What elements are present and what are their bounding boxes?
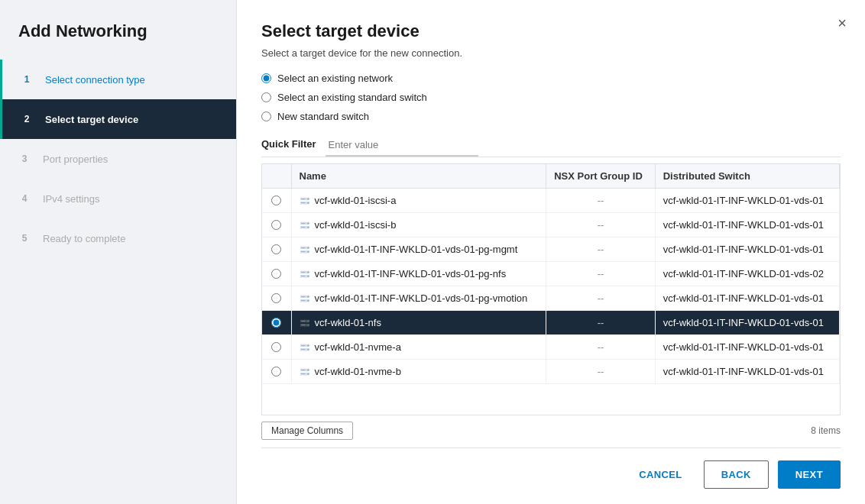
svg-point-54 [307,344,309,346]
table-row[interactable]: vcf-wkld-01-nvme-b -- vcf-wkld-01-IT-INF… [262,360,840,384]
content-subtitle: Select a target device for the new conne… [261,47,841,59]
svg-rect-27 [303,271,305,272]
filter-input[interactable] [326,137,478,157]
svg-rect-35 [303,296,305,296]
svg-point-15 [307,226,309,228]
items-count: 8 items [811,425,841,436]
step-label-step-1: Select connection type [45,74,145,86]
svg-rect-5 [303,202,305,203]
network-icon-row-4 [300,269,310,279]
table-row[interactable]: vcf-wkld-01-iscsi-a -- vcf-wkld-01-IT-IN… [262,189,840,213]
svg-rect-3 [303,198,305,199]
manage-columns-button[interactable]: Manage Columns [261,422,353,440]
svg-rect-51 [303,344,305,345]
radio-input-opt-existing-switch[interactable] [261,92,271,102]
radio-option-opt-existing-switch[interactable]: Select an existing standard switch [261,92,841,103]
radio-option-opt-new-switch[interactable]: New standard switch [261,111,841,122]
col-nsx-header: NSX Port Group ID [546,164,655,189]
svg-rect-43 [303,320,305,321]
table-row[interactable]: vcf-wkld-01-nvme-a -- vcf-wkld-01-IT-INF… [262,335,840,360]
svg-rect-34 [301,296,303,296]
table-row[interactable]: vcf-wkld-01-IT-INF-WKLD-01-vds-01-pg-mgm… [262,237,840,262]
svg-point-14 [307,222,309,224]
svg-rect-42 [301,320,303,321]
row-nsx-cell: -- [546,189,655,213]
row-name-row-1: vcf-wkld-01-iscsi-a [315,195,397,206]
row-select-cell[interactable] [262,189,291,213]
table-row[interactable]: vcf-wkld-01-nfs -- vcf-wkld-01-IT-INF-WK… [262,311,840,335]
row-select-cell[interactable] [262,311,291,335]
table-footer: Manage Columns 8 items [261,415,841,440]
row-radio-row-5[interactable] [271,293,281,303]
row-nsx-cell: -- [546,237,655,262]
footer-actions: CANCEL BACK NEXT [261,447,841,504]
radio-input-opt-existing-network[interactable] [261,73,271,83]
col-switch-header: Distributed Switch [655,164,839,189]
row-radio-row-6[interactable] [271,318,281,328]
row-name-row-6: vcf-wkld-01-nfs [315,317,381,328]
svg-rect-45 [303,325,305,325]
row-radio-row-7[interactable] [271,342,281,352]
row-radio-row-3[interactable] [271,244,281,254]
row-name-cell: vcf-wkld-01-IT-INF-WKLD-01-vds-01-pg-mgm… [291,237,546,262]
row-name-cell: vcf-wkld-01-IT-INF-WKLD-01-vds-01-pg-nfs [291,262,546,286]
row-select-cell[interactable] [262,360,291,384]
step-number-step-4: 4 [15,189,34,208]
row-name-cell: vcf-wkld-01-IT-INF-WKLD-01-vds-01-pg-vmo… [291,286,546,311]
close-button[interactable]: × [837,15,847,31]
table-body: vcf-wkld-01-iscsi-a -- vcf-wkld-01-IT-IN… [262,189,840,384]
step-label-step-5: Ready to complete [43,233,125,244]
row-radio-row-1[interactable] [271,195,281,205]
step-label-step-3: Port properties [43,153,108,165]
row-name-row-7: vcf-wkld-01-nvme-a [315,341,401,353]
radio-label-opt-existing-network: Select an existing network [277,73,393,84]
content-title: Select target device [261,21,841,41]
row-select-cell[interactable] [262,262,291,286]
table-row[interactable]: vcf-wkld-01-IT-INF-WKLD-01-vds-01-pg-nfs… [262,262,840,286]
table-row[interactable]: vcf-wkld-01-IT-INF-WKLD-01-vds-01-pg-vmo… [262,286,840,311]
radio-input-opt-new-switch[interactable] [261,111,271,121]
row-select-cell[interactable] [262,237,291,262]
row-name-row-5: vcf-wkld-01-IT-INF-WKLD-01-vds-01-pg-vmo… [315,292,528,304]
col-name-header: Name [291,164,546,189]
row-name-row-2: vcf-wkld-01-iscsi-b [315,219,397,231]
row-name-row-8: vcf-wkld-01-nvme-b [315,366,401,377]
svg-rect-19 [303,247,305,247]
radio-option-opt-existing-network[interactable]: Select an existing network [261,73,841,84]
next-button[interactable]: NEXT [778,460,841,489]
sidebar-title: Add Networking [0,0,236,60]
row-select-cell[interactable] [262,286,291,311]
back-button[interactable]: BACK [704,460,769,489]
content-area: × Select target device Select a target d… [237,0,865,504]
row-select-cell[interactable] [262,335,291,360]
row-radio-row-8[interactable] [271,367,281,376]
svg-rect-4 [301,202,303,203]
row-switch-cell: vcf-wkld-01-IT-INF-WKLD-01-vds-01 [655,311,839,335]
sidebar-item-step-2[interactable]: 2 Select target device [0,99,236,139]
filter-row: Quick Filter [261,137,841,157]
svg-rect-26 [301,271,303,272]
svg-point-38 [307,296,309,297]
step-number-step-5: 5 [15,229,34,247]
svg-point-23 [307,250,309,252]
row-select-cell[interactable] [262,213,291,237]
sidebar-item-step-5: 5 Ready to complete [0,218,236,258]
svg-point-55 [307,348,309,350]
table-row[interactable]: vcf-wkld-01-iscsi-b -- vcf-wkld-01-IT-IN… [262,213,840,237]
svg-rect-60 [301,373,303,374]
network-icon-row-2 [300,220,310,231]
row-switch-cell: vcf-wkld-01-IT-INF-WKLD-01-vds-01 [655,335,839,360]
cancel-button[interactable]: CANCEL [627,461,695,488]
sidebar: Add Networking 1 Select connection type … [0,0,237,504]
row-switch-cell: vcf-wkld-01-IT-INF-WKLD-01-vds-01 [655,286,839,311]
svg-rect-2 [301,198,303,199]
row-switch-cell: vcf-wkld-01-IT-INF-WKLD-01-vds-01 [655,360,839,384]
sidebar-item-step-4: 4 IPv4 settings [0,179,236,218]
network-table: Name NSX Port Group ID Distributed Switc… [262,164,840,384]
sidebar-item-step-1[interactable]: 1 Select connection type [0,60,236,99]
svg-rect-28 [301,276,303,276]
row-radio-row-2[interactable] [271,220,281,230]
row-radio-row-4[interactable] [271,269,281,279]
network-icon-row-8 [300,367,310,377]
svg-rect-52 [301,349,303,350]
